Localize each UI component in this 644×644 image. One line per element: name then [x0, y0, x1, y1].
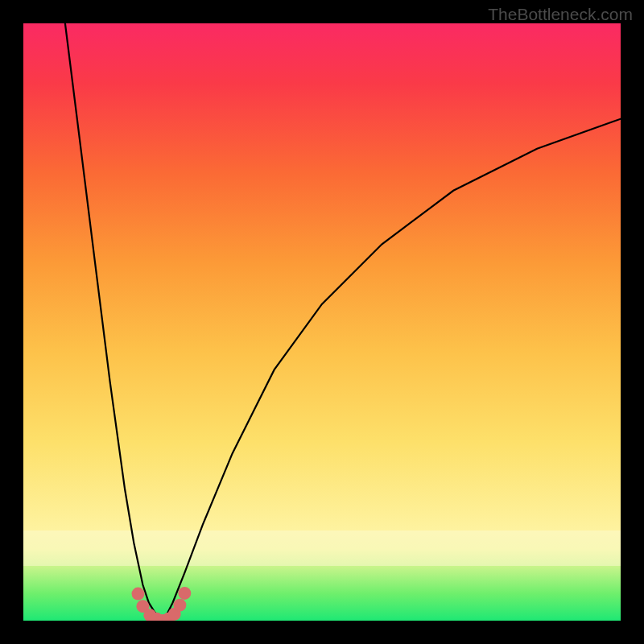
- curve-svg: [23, 23, 621, 621]
- accent-dot: [132, 588, 145, 601]
- right-branch: [163, 119, 621, 621]
- watermark-text: TheBottleneck.com: [488, 5, 633, 24]
- curve-layer: [65, 23, 621, 621]
- accent-dot: [173, 599, 186, 612]
- chart-stage: TheBottleneck.com: [0, 0, 644, 644]
- left-branch: [65, 23, 163, 621]
- bottom-cluster-dots: [132, 587, 192, 621]
- plot-area: [23, 23, 621, 621]
- accent-dot: [178, 587, 191, 600]
